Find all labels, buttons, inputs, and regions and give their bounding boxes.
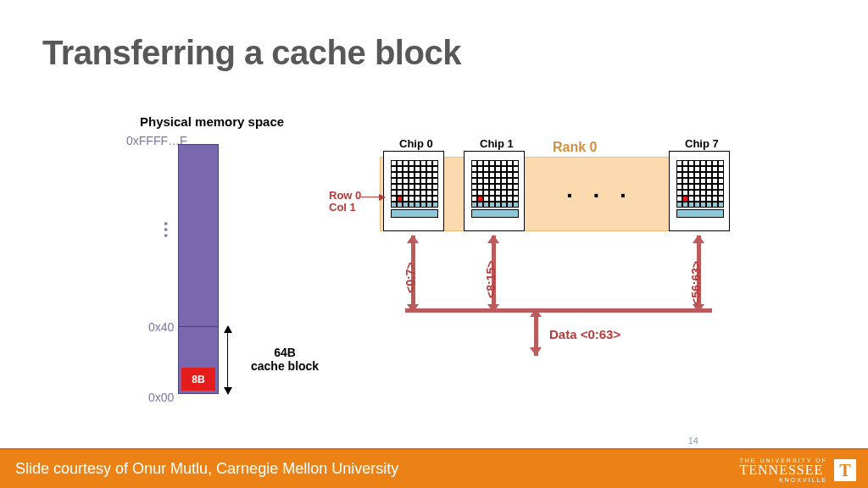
row-buffer-icon	[391, 209, 438, 218]
row-col-arrow-icon	[361, 197, 385, 197]
rank-label: Rank 0	[553, 140, 597, 155]
addr-00: 0x00	[148, 391, 174, 404]
cache-block-label: 64B cache block	[251, 346, 319, 373]
t-logo-icon: T	[834, 459, 856, 481]
credit-text: Slide courtesy of Onur Mutlu, Carnegie M…	[15, 460, 398, 478]
row-buffer-icon	[676, 209, 724, 218]
slide-title: Transferring a cache block	[42, 34, 461, 72]
lane-0-7: <0:7>	[403, 262, 417, 293]
lane-56-63: <56:63>	[689, 261, 703, 305]
cache-block-arrow-icon	[227, 326, 228, 394]
row-buffer-icon	[471, 209, 519, 218]
chip7-label: Chip 7	[685, 137, 719, 150]
chip1	[464, 151, 525, 231]
ellipsis-icon: . . .	[566, 176, 633, 203]
pms-heading: Physical memory space	[140, 114, 284, 129]
chip0	[383, 151, 444, 231]
dram-array-icon	[471, 160, 519, 208]
eight-byte-block: 8B	[181, 368, 215, 391]
dram-array-icon	[391, 160, 438, 208]
chip1-label: Chip 1	[480, 137, 514, 150]
univ-mid: TENNESSEE	[740, 463, 828, 477]
memory-divider	[178, 326, 219, 327]
univ-bot: KNOXVILLE	[740, 477, 828, 483]
addr-40: 0x40	[148, 320, 174, 334]
chip0-label: Chip 0	[399, 137, 433, 150]
row-col-label: Row 0 Col 1	[329, 190, 361, 214]
dram-array-icon	[676, 160, 724, 208]
chip7	[669, 151, 730, 231]
page-number: 14	[688, 435, 698, 446]
bus-horizontal	[405, 308, 712, 313]
lane-8-15: <8:15>	[484, 261, 498, 298]
university-logo: THE UNIVERSITY OF TENNESSEE KNOXVILLE T	[740, 458, 857, 483]
slide: Transferring a cache block Physical memo…	[0, 0, 868, 488]
data-bus-label: Data <0:63>	[549, 327, 620, 341]
memory-bar	[178, 144, 219, 394]
footer-bar: Slide courtesy of Onur Mutlu, Carnegie M…	[0, 450, 868, 488]
bus-data-arrow-icon	[534, 308, 538, 356]
